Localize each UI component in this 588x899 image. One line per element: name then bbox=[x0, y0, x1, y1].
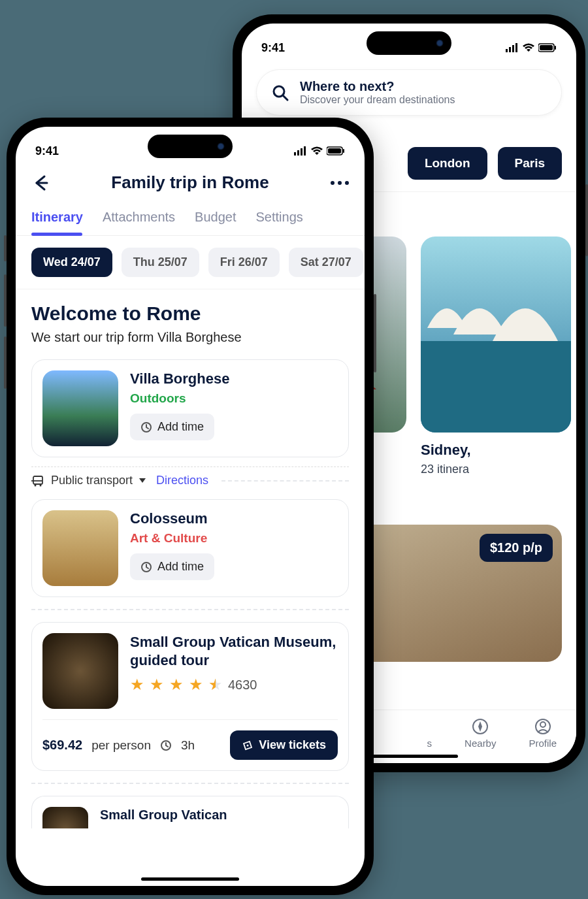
ticket-icon bbox=[242, 740, 253, 751]
svg-rect-3 bbox=[515, 43, 517, 52]
search-icon bbox=[271, 84, 289, 102]
more-icon[interactable] bbox=[331, 181, 349, 185]
tab-itinerary[interactable]: Itinerary bbox=[31, 210, 83, 235]
explore-meta: 23 itinera bbox=[421, 463, 571, 476]
phone-frame-front: 9:41 Family trip in Rome Itinerary Attac… bbox=[7, 118, 374, 895]
svg-rect-29 bbox=[343, 149, 344, 153]
svg-rect-2 bbox=[512, 45, 514, 52]
clock-icon bbox=[140, 421, 152, 433]
star-icon: ★ bbox=[130, 676, 144, 694]
wifi-icon bbox=[311, 146, 323, 155]
date-pill[interactable]: Sat 27/07 bbox=[289, 248, 363, 277]
svg-rect-28 bbox=[328, 148, 341, 154]
svg-marker-20 bbox=[478, 721, 482, 732]
svg-point-22 bbox=[540, 722, 546, 727]
svg-point-34 bbox=[35, 484, 37, 486]
dynamic-island bbox=[367, 31, 451, 55]
search-pill[interactable]: Where to next? Discover your dream desti… bbox=[256, 69, 562, 116]
dynamic-island bbox=[148, 135, 233, 158]
svg-rect-24 bbox=[297, 150, 299, 155]
tour-card-partial[interactable]: Small Group Vatican bbox=[31, 796, 349, 828]
place-card-colosseum[interactable]: Colosseum Art & Culture Add time bbox=[31, 499, 349, 597]
profile-icon bbox=[534, 718, 551, 735]
battery-icon bbox=[327, 146, 345, 155]
svg-rect-0 bbox=[506, 49, 508, 52]
date-pill[interactable]: Fri 26/07 bbox=[208, 248, 280, 277]
place-thumb bbox=[42, 510, 118, 586]
svg-rect-26 bbox=[304, 146, 306, 155]
opera-house-illustration bbox=[421, 237, 571, 433]
status-bar: 9:41 bbox=[242, 24, 576, 63]
welcome-block: Welcome to Rome We start our trip form V… bbox=[16, 289, 365, 348]
welcome-title: Welcome to Rome bbox=[31, 302, 349, 325]
tab-settings[interactable]: Settings bbox=[256, 210, 303, 235]
tour-duration: 3h bbox=[181, 738, 195, 753]
svg-rect-32 bbox=[33, 476, 42, 484]
compass-icon bbox=[472, 718, 489, 735]
star-icon: ★ bbox=[169, 676, 184, 694]
status-indicators bbox=[294, 146, 345, 155]
star-icon: ★ bbox=[189, 676, 203, 694]
tabs: Itinerary Attachments Budget Settings bbox=[16, 198, 365, 236]
tabbar-item-partial[interactable]: s bbox=[427, 718, 433, 749]
date-pill-active[interactable]: Wed 24/07 bbox=[31, 248, 112, 277]
explore-card-sydney[interactable]: Sidney, 23 itinera bbox=[421, 237, 571, 476]
bus-icon bbox=[31, 474, 44, 487]
search-subtitle: Discover your dream destinations bbox=[300, 94, 455, 106]
status-time: 9:41 bbox=[35, 144, 59, 158]
search-title: Where to next? bbox=[300, 79, 455, 94]
place-tag: Outdoors bbox=[130, 391, 229, 406]
place-thumb bbox=[42, 370, 118, 446]
svg-rect-25 bbox=[301, 148, 302, 155]
tour-rating: ★ ★ ★ ★ ★ 4630 bbox=[130, 676, 338, 694]
svg-rect-18 bbox=[421, 341, 571, 433]
signal-icon bbox=[294, 146, 307, 155]
date-pill[interactable]: Thu 25/07 bbox=[122, 248, 199, 277]
add-time-button[interactable]: Add time bbox=[130, 553, 214, 580]
svg-rect-23 bbox=[294, 152, 296, 155]
explore-image-sydney bbox=[421, 237, 571, 433]
place-card-villa[interactable]: Villa Borghese Outdoors Add time bbox=[31, 359, 349, 457]
tab-underline bbox=[31, 233, 82, 236]
star-icon: ★ bbox=[150, 676, 164, 694]
tabbar-item-profile[interactable]: Profile bbox=[529, 718, 557, 749]
svg-rect-5 bbox=[540, 45, 553, 50]
tabbar-item-nearby[interactable]: Nearby bbox=[465, 718, 496, 749]
place-tag: Art & Culture bbox=[130, 531, 214, 546]
add-time-button[interactable]: Add time bbox=[130, 414, 214, 440]
svg-rect-1 bbox=[509, 47, 511, 52]
transport-label[interactable]: Public transport bbox=[51, 474, 133, 487]
chip-london[interactable]: London bbox=[408, 147, 487, 180]
clock-icon bbox=[160, 740, 172, 751]
signal-icon bbox=[506, 43, 519, 52]
home-indicator[interactable] bbox=[360, 755, 458, 758]
svg-point-38 bbox=[247, 744, 249, 746]
trip-title: Family trip in Rome bbox=[111, 172, 269, 193]
tab-budget[interactable]: Budget bbox=[195, 210, 236, 235]
tour-thumb bbox=[42, 807, 88, 828]
explore-name: Sidney, bbox=[421, 442, 571, 459]
chevron-down-icon[interactable] bbox=[139, 478, 146, 483]
view-tickets-button[interactable]: View tickets bbox=[230, 730, 338, 760]
divider bbox=[31, 783, 349, 784]
review-count: 4630 bbox=[228, 678, 257, 693]
trip-header: Family trip in Rome bbox=[16, 166, 365, 198]
status-bar: 9:41 bbox=[16, 127, 365, 166]
tour-name: Small Group Vatican Museum, guided tour bbox=[130, 633, 338, 669]
battery-icon bbox=[538, 43, 557, 52]
place-name: Colosseum bbox=[130, 510, 214, 527]
star-half-icon: ★ bbox=[208, 676, 223, 694]
tour-card-vatican[interactable]: Small Group Vatican Museum, guided tour … bbox=[31, 622, 349, 771]
tour-thumb bbox=[42, 633, 118, 709]
divider bbox=[31, 609, 349, 610]
dates-row[interactable]: Wed 24/07 Thu 25/07 Fri 26/07 Sat 27/07 bbox=[16, 236, 365, 289]
phone-screen-front: 9:41 Family trip in Rome Itinerary Attac… bbox=[16, 127, 365, 886]
chip-paris[interactable]: Paris bbox=[498, 147, 562, 180]
back-icon[interactable] bbox=[31, 174, 50, 192]
price-badge: $120 p/p bbox=[480, 534, 553, 562]
home-indicator[interactable] bbox=[141, 877, 239, 881]
directions-link[interactable]: Directions bbox=[156, 474, 208, 487]
per-person-label: per person bbox=[91, 738, 151, 753]
tab-attachments[interactable]: Attachments bbox=[103, 210, 175, 235]
status-indicators bbox=[506, 43, 557, 52]
